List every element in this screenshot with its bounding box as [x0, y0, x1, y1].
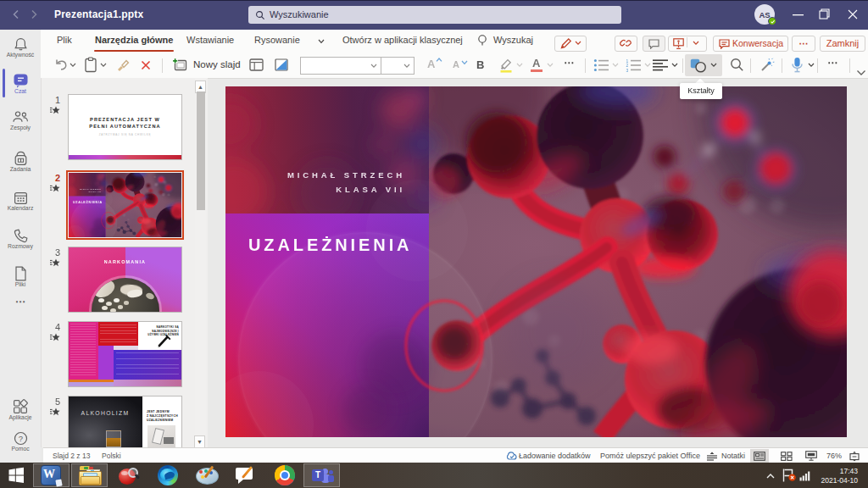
svg-text:3: 3 [626, 68, 629, 72]
svg-text:?: ? [18, 434, 22, 443]
